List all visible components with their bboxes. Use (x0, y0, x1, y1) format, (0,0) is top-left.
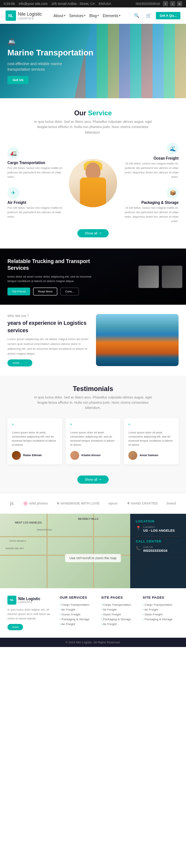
footer-page1-3[interactable]: Gasin Freight (101, 612, 137, 617)
service-ocean-text: Ut elit tellus, luctus nec magna mattis … (123, 161, 179, 179)
tell-friend-button[interactable]: Tell Friend (7, 288, 30, 295)
show-all-testimonials-button[interactable]: Show all + (77, 475, 109, 484)
truck-buttons: Tell Friend Read More Cont... (7, 288, 100, 295)
avatar-1 (12, 451, 21, 460)
logo[interactable]: NL Nile Logistic LOGISTICS (6, 10, 42, 21)
ship-image (96, 314, 179, 366)
author-name-3: Amal Salman (140, 454, 158, 457)
footer-service-4[interactable]: Packaging & Storage (60, 617, 96, 622)
nav-actions: 🔍 🛒 Get A Qu... (132, 11, 180, 20)
logo-icon: NL (6, 10, 16, 21)
social-icons: f t in (163, 1, 182, 6)
map-label-brentwod: BRENTWOOD (37, 529, 52, 531)
brand-icon-2: 🌸 (23, 501, 28, 506)
head-decoration (86, 163, 100, 179)
logo-text-block: Nile Logistic LOGISTICS (18, 12, 42, 20)
footer-page2-4[interactable]: Packaging & Storage (142, 617, 179, 622)
who-tag: Who We Are ? (7, 314, 90, 318)
map-label-mid: BEVERLY HILLS (78, 518, 98, 520)
quote-icon-1: " (12, 423, 58, 429)
truck-content: Relatable Trucking and Transport Service… (7, 258, 100, 295)
footer-brand: NL Nile Logistic LOGISTICS In quis luctu… (7, 596, 54, 630)
services-section: Our Service In quis luctus dolor. Sed ac… (0, 98, 186, 249)
avatar-3 (128, 451, 137, 460)
read-more-button[interactable]: Read More (33, 288, 58, 295)
testimonials-subtitle: In quis luctus dolor. Sed ac libero arcu… (33, 395, 153, 411)
brand-name-6: brand (167, 502, 176, 505)
who-more-button[interactable]: more ... → (7, 359, 32, 366)
cart-icon[interactable]: 🛒 (144, 11, 153, 20)
footer-page1-1[interactable]: Cargo Transportation (101, 602, 137, 607)
service-airfreight-title: Air Freight (7, 201, 63, 205)
facebook-icon[interactable]: f (163, 1, 168, 6)
hero-section: 🚢 Marine Transportation cost-effective a… (0, 24, 186, 98)
brand-icon-5: ✦ (126, 501, 130, 506)
footer-services-list: Cargo Transportation Air Freight Ocean F… (60, 602, 96, 627)
service-cargo-title: Cargo Transportation (7, 161, 63, 165)
twitter-icon[interactable]: t (170, 1, 175, 6)
footer-more-button[interactable]: more (7, 624, 23, 630)
footer-service-5[interactable]: Air Freight (60, 622, 96, 627)
nav-link-blog[interactable]: Blog ▾ (89, 14, 99, 18)
packaging-icon: 📦 (167, 187, 179, 199)
testimonial-text-3: Lorem ipsum dolor sit amet, consectetur … (128, 430, 174, 447)
truck-image-2 (162, 266, 182, 288)
footer-pages1-list: Cargo Transportation Air Freight Gasin F… (101, 602, 137, 627)
who-grid: Who We Are ? years of experience in Logi… (7, 314, 179, 366)
map-road-v2 (93, 514, 94, 588)
footer-bottom: © 2024 Nile Logistic. All Rights Reserve… (0, 638, 186, 647)
truck-section: Relatable Trucking and Transport Service… (0, 249, 186, 305)
language-display: EN/USA (99, 2, 111, 6)
who-content: Who We Are ? years of experience in Logi… (7, 314, 90, 366)
ocean-icon: 🌊 (167, 142, 179, 154)
get-quote-button[interactable]: Get A Qu... (156, 12, 180, 19)
nav-link-about[interactable]: About ▾ (54, 14, 65, 18)
contact-button[interactable]: Cont... (60, 288, 79, 295)
nav-link-services[interactable]: Services ▾ (69, 14, 86, 18)
footer-logo: NL Nile Logistic LOGISTICS (7, 596, 54, 605)
brand-item-4: epure (108, 502, 118, 505)
footer-service-3[interactable]: Ocean Freight (60, 612, 96, 617)
location-info: 📍 Location: US - LOS ANGELES (136, 525, 180, 532)
top-bar-right: 0022023333016 f t in (136, 1, 182, 6)
service-ocean: 🌊 Ocean Freight Ut elit tellus, luctus n… (123, 142, 179, 179)
testimonials-title: Testimonials (7, 385, 179, 393)
plus-icon-testimonials: + (99, 478, 101, 481)
footer-service-2[interactable]: Air Freight (60, 607, 96, 612)
footer-pages1-title: SITE PAGES (101, 596, 137, 599)
footer-pages1-col: SITE PAGES Cargo Transportation Air Frei… (101, 596, 137, 630)
testimonial-author-2: Khalid Alnoor (70, 451, 116, 460)
avatar-2 (70, 451, 79, 460)
author-name-1: Rabie Elkhair (23, 454, 42, 457)
testimonial-card-2: " Lorem ipsum dolor sit amet, consectetu… (66, 418, 121, 464)
testimonial-card-1: " Lorem ipsum dolor sit amet, consectetu… (7, 418, 62, 464)
location-value: US - LOS ANGELES (143, 529, 175, 532)
footer-page2-2[interactable]: Air Freight (142, 607, 179, 612)
show-all-services-button[interactable]: Show all + (77, 229, 109, 237)
linkedin-icon[interactable]: in (177, 1, 182, 6)
footer-service-1[interactable]: Cargo Transportation (60, 602, 96, 607)
air-freight-icon: ✈ (7, 187, 19, 199)
location-label: Location: (143, 525, 175, 529)
service-packaging-text: Ut elit tellus, luctus nec magna mattis … (123, 206, 179, 224)
footer-logo-sub: LOGISTICS (18, 601, 40, 603)
map-label-santa: SANTA MONICA (9, 540, 26, 542)
services-title-accent: Service (88, 109, 112, 117)
service-ocean-title: Ocean Freight (123, 156, 179, 160)
testimonial-text-2: Lorem ipsum dolor sit amet, consectetur … (70, 430, 116, 447)
brands-row: js 🌸 wild photos ♥ HANDMADE WITH LOVE ep… (7, 501, 179, 506)
brand-item-3: ♥ HANDMADE WITH LOVE (57, 501, 100, 506)
footer-page1-4[interactable]: Packaging & Storage (101, 617, 137, 622)
footer-pages2-list: Cargo Transportation Air Freight Gasin F… (142, 602, 179, 622)
footer-page1-2[interactable]: Air Freight (101, 607, 137, 612)
footer-page2-1[interactable]: Cargo Transportation (142, 602, 179, 607)
search-icon[interactable]: 🔍 (132, 11, 141, 20)
who-section: Who We Are ? years of experience in Logi… (0, 305, 186, 375)
hero-title: Marine Transportation (7, 48, 93, 58)
map-road-v1 (46, 514, 48, 588)
brand-name-3: HANDMADE WITH LOVE (61, 502, 100, 505)
nav-link-elements[interactable]: Elements ▾ (103, 14, 121, 18)
hero-cta-button[interactable]: Get Us (7, 76, 29, 84)
footer-page2-3[interactable]: Gasin Freight (142, 612, 179, 617)
footer-page1-5[interactable]: Air Freight (101, 622, 137, 627)
